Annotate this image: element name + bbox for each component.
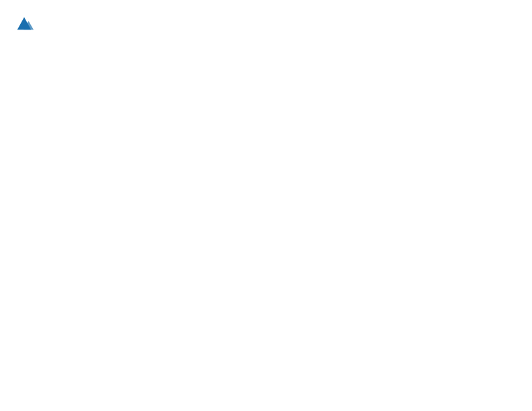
logo xyxy=(13,13,34,32)
logo-icon xyxy=(15,13,34,32)
page-header xyxy=(13,13,519,32)
